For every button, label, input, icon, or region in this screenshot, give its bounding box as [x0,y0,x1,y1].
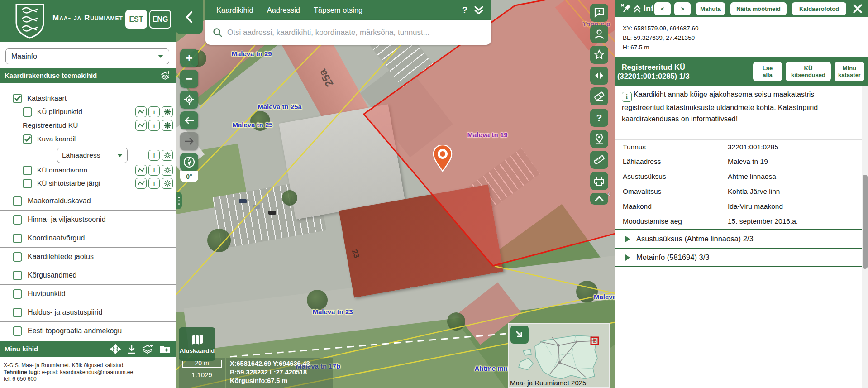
info-icon[interactable]: i [148,106,160,117]
checkbox-layer[interactable] [13,271,22,280]
my-cadastre-button[interactable]: Minukataster [835,62,864,81]
coords-height: H: 67.5 m [623,43,698,52]
pan-to-layers-icon[interactable] [110,344,121,354]
tab-tapsem-otsing[interactable]: Täpsem otsing [314,6,362,14]
search-input[interactable] [227,28,484,37]
coordinates-pin-button[interactable] [590,130,608,148]
add-folder-icon[interactable] [159,344,171,354]
legend-icon[interactable] [135,165,147,176]
checkbox-layer[interactable] [13,196,22,206]
checkbox-ku-piiripunktid[interactable] [23,107,32,117]
map-canvas[interactable]: 25a 23 [176,0,615,388]
oblique-photos-button[interactable]: Kaldaerofotod [792,2,846,15]
tree-item-ku-sihtotstarbe[interactable]: KÜ sihtotstarbe järgi [23,177,100,189]
checkbox-layer[interactable] [13,289,22,299]
checkbox-katastrikaart-checked[interactable] [13,94,22,103]
legend-icon[interactable] [135,120,147,131]
print-button[interactable] [590,172,608,190]
collapse-search-icon[interactable] [474,5,484,15]
locate-me-button[interactable] [180,91,198,109]
status-xy: X:6581642.69 Y:694636.43 [230,359,333,368]
panel-scrollbar[interactable] [862,86,868,388]
label-mode-select[interactable]: Lähiaadress [57,148,128,163]
history-back-button[interactable] [180,111,198,129]
checkbox-ku-sihtotstarbe[interactable] [23,179,32,188]
gear-icon[interactable] [162,178,173,189]
layer-row-kaardilehtede[interactable]: Kaardilehtede jaotus [0,247,176,266]
pin-window-icon[interactable] [620,3,632,14]
bookmarks-button[interactable] [590,46,608,64]
measure-button[interactable] [590,151,608,169]
restrictions-button[interactable]: KÜkitsendused [786,62,831,81]
layer-row-hinna-viljakus[interactable]: Hinna- ja viljakustsoonid [0,210,176,229]
basemap-button[interactable]: Aluskaardid [179,327,215,361]
drawer-handle[interactable] [176,192,182,209]
checkbox-layer[interactable] [13,252,22,262]
info-icon[interactable]: i [148,120,160,131]
prev-result-button[interactable]: < [654,2,671,15]
overview-map[interactable]: Maa- ja Ruumiamet 2025 [508,323,610,388]
tab-kaardikihid[interactable]: Kaardikihid [216,6,253,14]
next-result-button[interactable]: > [674,2,691,15]
layers-info-icon[interactable]: i [160,71,171,81]
checkbox-ku-omandivorm[interactable] [23,166,32,175]
layer-row-huvipunktid[interactable]: Huvipunktid [0,284,176,303]
checkbox-layer[interactable] [13,215,22,225]
swipe-compare-button[interactable] [590,67,608,85]
checkbox-kuva-kaardil-checked[interactable] [23,134,32,144]
tree-item-ku-piiripunktid[interactable]: KÜ piiripunktid [23,106,82,118]
compass-button[interactable] [180,153,198,171]
tree-item-kuva-kaardil[interactable]: Kuva kaardil [23,133,76,145]
toolbar-collapse-button[interactable] [590,193,608,205]
show-measurements-button[interactable]: Näita mõõtmeid [730,2,787,15]
layer-row-haldus-asustus[interactable]: Haldus- ja asustuspiirid [0,303,176,321]
info-icon[interactable]: i [148,150,160,161]
layer-row-maakorralduskavad[interactable]: Maakorralduskavad [0,192,176,210]
checkbox-layer[interactable] [13,234,22,243]
accordion-metainfo[interactable]: Metainfo (581694) 3/3 [615,248,868,266]
info-icon[interactable]: i [148,178,160,189]
sidebar-collapse-button[interactable] [176,0,203,34]
info-icon[interactable]: i [148,165,160,176]
legend-icon[interactable] [135,106,147,117]
compass-degrees[interactable]: 0° [180,171,198,182]
tree-item-registreeritud-ku: Registreeritud KÜ [23,120,78,131]
help-button[interactable]: ? [462,5,467,15]
gear-icon[interactable] [162,150,173,161]
zoom-in-button[interactable]: + [180,49,198,67]
map-help-button[interactable]: ? [590,109,608,127]
language-button-eng[interactable]: ENG [149,10,171,29]
feedback-button[interactable] [590,4,608,22]
tree-item-ku-omandivorm[interactable]: KÜ omandivorm [23,164,87,176]
download-layer-icon[interactable] [127,344,137,354]
gear-filled-icon[interactable] [162,106,173,117]
gear-icon[interactable] [162,165,173,176]
language-button-est[interactable]: EST [125,10,147,29]
scrollbar-thumb[interactable] [863,175,868,269]
tree-item-katastrikaart[interactable]: Katastrikaart [13,92,67,104]
layer-row-korgusandmed[interactable]: Kõrgusandmed [0,266,176,284]
checkbox-layer[interactable] [13,308,22,317]
info-panel-collapse-arrow[interactable]: ‹ [608,189,610,198]
user-account-button[interactable] [590,25,608,43]
add-layers-icon[interactable] [142,344,154,354]
overview-collapse-button[interactable] [510,326,529,344]
tab-aadressid[interactable]: Aadressid [267,6,300,14]
gear-filled-icon[interactable] [162,120,173,131]
panel-collapse-up-icon[interactable] [634,5,641,13]
attr-value: Maleva tn 19 [720,158,768,166]
panel-title: Info [644,4,653,14]
fit-view-button[interactable]: Mahuta [696,2,725,15]
checkbox-layer[interactable] [13,326,22,336]
accordion-asustusuksus[interactable]: Asustusüksus (Ahtme linnaosa) 2/3 [615,229,868,248]
download-data-button[interactable]: Laealla [753,62,782,81]
zoom-out-button[interactable]: − [180,70,198,88]
layer-row-eesti-topo[interactable]: Eesti topograafia andmekogu [0,321,176,340]
layer-row-koordinaatvorgud[interactable]: Koordinaatvõrgud [0,229,176,247]
table-row: Omavalitsus Kohtla-Järve linn [615,184,862,199]
eraser-button[interactable] [590,87,608,105]
profile-select[interactable]: Maainfo [5,48,169,64]
history-forward-button[interactable] [180,132,198,150]
legend-icon[interactable] [135,178,147,189]
close-icon[interactable] [853,4,863,14]
